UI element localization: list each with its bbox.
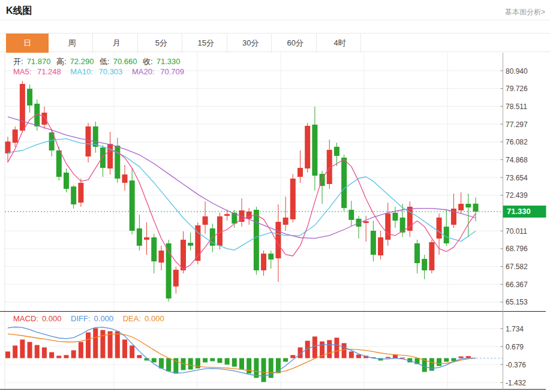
close-label: 收: — [143, 57, 153, 66]
price-tick-label: 80.940 — [506, 67, 528, 76]
ma5-label: MA5: 71.248 — [13, 67, 65, 76]
open-label: 开: — [13, 57, 23, 66]
diff-value: DIFF:0.000 — [71, 314, 117, 323]
high-value: 72.290 — [70, 57, 94, 66]
ma10-label: MA10: 70.303 — [70, 67, 126, 76]
price-tick-label: 77.297 — [506, 120, 528, 129]
macd-tick-label: 1.734 — [506, 325, 524, 333]
kline-page: K线图 基本面分析> 日 周 月 5分 15分 30分 60分 4时 80.94… — [0, 0, 550, 392]
macd-tick-label: 0.679 — [506, 343, 524, 351]
open-value: 71.870 — [27, 57, 51, 66]
macd-value: MACD:0.000 — [13, 314, 65, 323]
macd-tick-label: -0.376 — [506, 361, 526, 369]
price-tick-label: 79.726 — [506, 85, 528, 93]
price-tick-label: 66.367 — [506, 281, 528, 289]
close-value: 71.330 — [157, 57, 181, 66]
price-tick-label: 68.796 — [506, 245, 528, 253]
price-tick-label: 72.439 — [506, 191, 528, 200]
ohlc-legend: 开:71.870 高:72.290 低:70.660 收:71.330 — [13, 56, 184, 67]
price-tick-label: 67.582 — [506, 263, 528, 271]
current-price-tag-label: 71.330 — [507, 207, 531, 216]
price-tick-label: 65.153 — [506, 298, 528, 306]
low-value: 70.660 — [113, 57, 137, 66]
price-tick-label: 78.511 — [506, 102, 527, 111]
dea-value: DEA:0.000 — [123, 314, 168, 323]
low-label: 低: — [100, 57, 110, 66]
macd-legend: MACD:0.000 DIFF:0.000 DEA:0.000 — [13, 314, 172, 323]
macd-tick-label: -1.432 — [506, 379, 526, 387]
price-tick-label: 73.654 — [506, 174, 528, 182]
high-label: 高: — [56, 57, 67, 66]
ma20-label: MA20: 70.709 — [132, 67, 188, 76]
price-tick-label: 70.011 — [506, 227, 527, 236]
price-tick-label: 74.868 — [506, 156, 528, 164]
price-tick-label: 76.082 — [506, 138, 528, 146]
ma-legend: MA5: 71.248 MA10: 70.303 MA20: 70.709 — [13, 67, 191, 76]
